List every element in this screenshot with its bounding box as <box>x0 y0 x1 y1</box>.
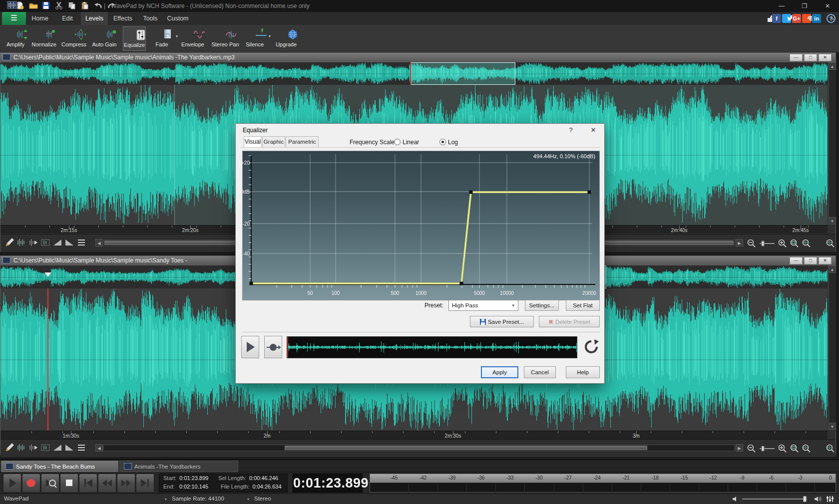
wave-window1-titlebar[interactable]: C:\Users\Public\Music\Sample Music\Sampl… <box>0 53 836 62</box>
set-flat-button[interactable]: Set Flat <box>566 300 600 311</box>
undo-icon[interactable] <box>94 1 104 10</box>
channels-selector[interactable]: Stereo <box>254 496 271 502</box>
draw-pencil-icon[interactable] <box>4 238 15 249</box>
zoom-out-button[interactable] <box>747 239 757 249</box>
rewind-button[interactable] <box>98 474 116 493</box>
ribbon-tab-home[interactable]: Home <box>28 12 52 25</box>
zoom-in-button[interactable] <box>778 239 788 249</box>
social-more-caret-icon[interactable]: ▾ <box>832 17 834 21</box>
preview-play-button[interactable] <box>241 336 259 358</box>
google-plus-icon[interactable]: G+ <box>792 14 801 23</box>
go-to-start-button[interactable] <box>79 474 97 493</box>
ribbon-button-silence[interactable]: Silence <box>243 26 267 51</box>
sample-rate-selector[interactable]: Sample Rate: 44100 <box>172 496 224 502</box>
ribbon-button-auto-gain[interactable]: Auto Gain <box>90 26 119 51</box>
save-preset-button[interactable]: Save Preset... <box>470 316 534 327</box>
zoom-out-button[interactable] <box>747 444 757 454</box>
win1-overview-selection[interactable] <box>410 62 515 85</box>
go-to-end-button[interactable] <box>136 474 154 493</box>
win1-close-button[interactable]: ✕ <box>819 54 832 61</box>
record-button[interactable] <box>22 474 40 493</box>
zoom-all-button[interactable] <box>802 239 812 249</box>
play-scrub-button[interactable] <box>41 474 59 493</box>
eq-graph-panel[interactable]: +200dB-20-405010050010005000100002000049… <box>242 151 600 300</box>
doc-tab-sandy-toes[interactable]: Sandy Toes - The Beach Bums <box>1 461 118 472</box>
volume-slider-handle[interactable] <box>803 496 807 502</box>
zoom-in-button[interactable] <box>778 444 788 454</box>
new-file-icon[interactable] <box>16 1 26 10</box>
zoom-selection-button[interactable] <box>790 444 800 454</box>
wave-scrub-icon[interactable] <box>28 238 39 249</box>
preview-loop-button[interactable] <box>264 336 282 358</box>
save-icon[interactable] <box>42 1 52 10</box>
zoom-full-button[interactable] <box>826 444 836 454</box>
win2-scroll-down-button[interactable]: ▼ <box>829 423 836 430</box>
win1-v-scrollbar[interactable]: ▲ ▼ <box>829 62 836 225</box>
zoom-full-button[interactable] <box>826 239 836 249</box>
win1-scroll-left-button[interactable]: ◀ <box>95 239 103 247</box>
win1-scroll-down-button[interactable]: ▼ <box>829 217 836 225</box>
tab-visual[interactable]: Visual <box>244 136 262 148</box>
eq-curve-handle[interactable] <box>460 282 463 285</box>
paste-icon[interactable] <box>81 1 91 10</box>
delete-preset-button[interactable]: ✖Delete Preset <box>539 316 600 327</box>
win2-scroll-left-button[interactable]: ◀ <box>95 444 103 452</box>
linkedin-icon[interactable]: in <box>812 14 821 23</box>
ribbon-tab-custom[interactable]: Custom <box>164 12 192 25</box>
facebook-icon[interactable]: f <box>772 14 781 23</box>
wave-edit-icon[interactable] <box>16 238 27 249</box>
draw-pencil-icon[interactable] <box>4 443 15 454</box>
win2-minimize-button[interactable]: — <box>790 257 803 264</box>
like-icon[interactable] <box>762 14 771 23</box>
wave-select-icon[interactable] <box>40 238 51 249</box>
fade-out-tool-icon[interactable] <box>64 443 75 454</box>
win2-h-scrollbar-thumb[interactable] <box>285 446 647 450</box>
doc-tab-animals[interactable]: Animals -The Yardbarkers <box>119 461 238 472</box>
help-button[interactable]: Help <box>566 366 600 378</box>
ribbon-tab-tools[interactable]: Tools <box>139 12 162 25</box>
win2-playback-cursor[interactable] <box>47 288 48 431</box>
dropdown-caret-icon[interactable]: ▾ <box>269 34 271 38</box>
effect-list-icon[interactable] <box>76 238 87 249</box>
tab-parametric[interactable]: Parametric <box>286 136 319 147</box>
win2-scroll-up-button[interactable]: ▲ <box>829 265 836 273</box>
radio-log[interactable] <box>439 139 446 145</box>
win2-close-button[interactable]: ✕ <box>819 257 832 264</box>
wave-scrub-icon[interactable] <box>28 443 39 454</box>
win2-v-scrollbar[interactable]: ▲ ▼ <box>829 265 836 431</box>
help-icon[interactable]: ? <box>822 14 831 23</box>
play-button[interactable] <box>3 474 21 493</box>
fade-out-tool-icon[interactable] <box>64 238 75 249</box>
zoom-slider-button[interactable] <box>759 444 769 454</box>
open-folder-icon[interactable] <box>29 1 39 10</box>
win2-h-scrollbar[interactable] <box>103 445 735 451</box>
ribbon-tab-effects[interactable]: Effects <box>110 12 136 25</box>
close-button[interactable]: ✕ <box>819 1 836 11</box>
eq-curve-handle[interactable] <box>588 191 591 194</box>
settings-button[interactable]: Settings... <box>525 300 559 311</box>
copy-icon[interactable] <box>68 1 78 10</box>
cancel-button[interactable]: Cancel <box>524 366 556 378</box>
ribbon-button-normalize[interactable]: Normalize <box>30 26 58 51</box>
tab-graphic[interactable]: Graphic <box>262 136 285 147</box>
ribbon-button-envelope[interactable]: Envelope <box>178 26 208 51</box>
stop-button[interactable] <box>60 474 78 493</box>
dialog-help-button[interactable]: ? <box>563 124 579 136</box>
ribbon-tab-levels[interactable]: Levels <box>81 12 108 25</box>
zoom-slider-button[interactable] <box>759 239 769 249</box>
ribbon-button-compress[interactable]: Compress <box>61 26 87 51</box>
equalizer-dialog-titlebar[interactable]: Equalizer ? ✕ <box>236 124 604 136</box>
fade-in-tool-icon[interactable] <box>52 238 63 249</box>
ribbon-button-amplify[interactable]: Amplify <box>4 26 27 51</box>
preview-reset-button[interactable] <box>582 337 600 357</box>
stumbleupon-icon[interactable] <box>802 14 811 23</box>
win2-cursor-top-marker[interactable] <box>44 272 51 277</box>
eq-curve-handle[interactable] <box>469 191 473 194</box>
zoom-all-button[interactable] <box>802 444 812 454</box>
win2-timeline-ruler[interactable]: 1m:30s2m2m:30s3m <box>0 431 828 439</box>
fast-forward-button[interactable] <box>117 474 135 493</box>
ribbon-button-upgrade[interactable]: Upgrade <box>274 26 299 51</box>
dialog-close-button[interactable]: ✕ <box>585 124 601 136</box>
wave-select-icon[interactable] <box>40 443 51 454</box>
radio-linear-label[interactable]: Linear <box>403 139 419 146</box>
